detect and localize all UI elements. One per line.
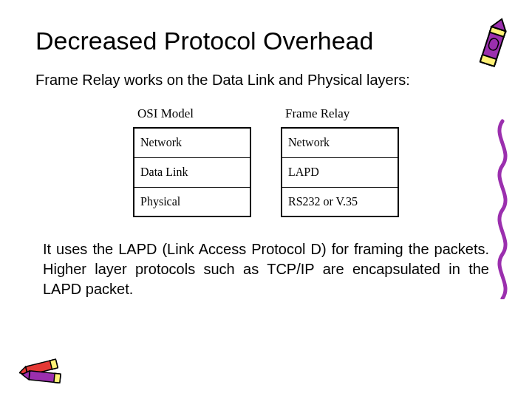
table-cell: Network — [282, 128, 398, 157]
squiggle-icon — [491, 118, 514, 299]
svg-rect-10 — [54, 373, 61, 383]
table-cell: LAPD — [282, 157, 398, 187]
table-cell: Network — [134, 128, 250, 157]
table-cell: Data Link — [134, 157, 250, 187]
description-text: It uses the LAPD (Link Access Protocol D… — [43, 239, 489, 299]
framerelay-column: Frame Relay Network LAPD RS232 or V.35 — [281, 106, 399, 217]
comparison-table: OSI Model Network Data Link Physical Fra… — [35, 106, 497, 217]
framerelay-table: Network LAPD RS232 or V.35 — [281, 127, 399, 217]
crayons-icon — [19, 352, 71, 386]
page-title: Decreased Protocol Overhead — [35, 27, 497, 55]
osi-table: Network Data Link Physical — [133, 127, 251, 217]
intro-text: Frame Relay works on the Data Link and P… — [35, 72, 497, 89]
framerelay-header: Frame Relay — [281, 106, 399, 127]
table-cell: Physical — [134, 187, 250, 216]
osi-header: OSI Model — [133, 106, 251, 127]
osi-column: OSI Model Network Data Link Physical — [133, 106, 251, 217]
crayon-icon — [476, 15, 511, 74]
table-cell: RS232 or V.35 — [282, 187, 398, 216]
slide: Decreased Protocol Overhead Frame Relay … — [0, 0, 532, 399]
